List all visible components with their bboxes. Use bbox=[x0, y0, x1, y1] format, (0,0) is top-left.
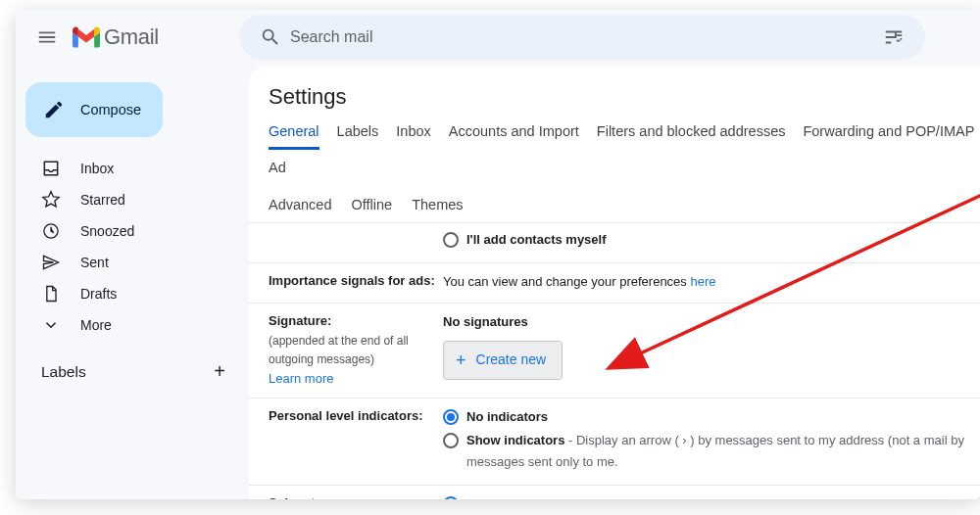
compose-button[interactable]: Compose bbox=[25, 82, 163, 137]
radio-add-contacts-myself[interactable] bbox=[443, 232, 459, 248]
signature-learn-more-link[interactable]: Learn more bbox=[269, 371, 333, 386]
importance-label: Importance signals for ads: bbox=[269, 273, 435, 288]
search-icon bbox=[251, 26, 290, 48]
main-content: Settings General Labels Inbox Accounts a… bbox=[249, 67, 980, 499]
search-container bbox=[239, 15, 925, 60]
file-icon bbox=[41, 284, 61, 304]
send-icon bbox=[41, 253, 61, 272]
tab-advanced[interactable]: Advanced bbox=[269, 197, 332, 212]
tab-filters[interactable]: Filters and blocked addresses bbox=[597, 123, 786, 150]
pli-opt2-bold: Show indicators bbox=[466, 433, 564, 447]
sidebar-item-starred[interactable]: Starred bbox=[16, 184, 237, 215]
radio-show-snippets[interactable] bbox=[443, 496, 459, 499]
sidebar-item-snoozed[interactable]: Snoozed bbox=[16, 215, 237, 247]
tab-accounts[interactable]: Accounts and Import bbox=[449, 123, 579, 150]
sidebar: Compose Inbox Starred Snoozed Sent Draft… bbox=[16, 65, 249, 499]
snip-opt1-rest: - Show snippets of the message (like Goo… bbox=[557, 496, 898, 499]
tab-labels[interactable]: Labels bbox=[337, 123, 379, 150]
hamburger-icon bbox=[36, 26, 58, 48]
signature-sub: (appended at the end of all outgoing mes… bbox=[269, 334, 409, 367]
clock-icon bbox=[41, 221, 61, 241]
search-input[interactable] bbox=[290, 28, 874, 46]
app-name: Gmail bbox=[104, 24, 159, 50]
pencil-icon bbox=[43, 99, 65, 120]
importance-text: You can view and change your preferences bbox=[443, 274, 690, 289]
setting-contacts-partial: I'll add contacts myself bbox=[249, 229, 980, 263]
radio-no-indicators[interactable] bbox=[443, 409, 459, 425]
radio-show-indicators[interactable] bbox=[443, 433, 459, 448]
nav-label: Sent bbox=[80, 255, 109, 270]
create-new-label: Create new bbox=[476, 349, 547, 372]
nav-label: Drafts bbox=[80, 286, 117, 302]
star-icon bbox=[41, 190, 61, 210]
snip-opt1-bold: Show snippets bbox=[466, 496, 557, 499]
contacts-option-label: I'll add contacts myself bbox=[466, 232, 607, 247]
setting-snippets: Snippets: Show snippets - Show snippets … bbox=[249, 486, 980, 499]
nav-label: Inbox bbox=[80, 161, 114, 176]
settings-tabs-row2: Advanced Offline Themes bbox=[249, 187, 980, 222]
header: Gmail bbox=[16, 10, 980, 65]
inbox-icon bbox=[41, 159, 61, 178]
gmail-logo[interactable]: Gmail bbox=[71, 24, 159, 50]
setting-signature: Signature: (appended at the end of all o… bbox=[249, 304, 980, 398]
settings-tabs: General Labels Inbox Accounts and Import… bbox=[249, 123, 980, 187]
tab-forwarding[interactable]: Forwarding and POP/IMAP bbox=[803, 123, 974, 150]
sidebar-item-more[interactable]: More bbox=[16, 309, 237, 341]
search-options-icon[interactable] bbox=[874, 26, 913, 48]
snippets-label: Snippets: bbox=[269, 495, 326, 499]
tab-general[interactable]: General bbox=[269, 123, 319, 150]
sidebar-item-sent[interactable]: Sent bbox=[16, 247, 237, 278]
sidebar-item-drafts[interactable]: Drafts bbox=[16, 278, 237, 309]
add-label-button[interactable]: + bbox=[214, 360, 225, 383]
pli-opt1: No indicators bbox=[466, 409, 548, 424]
labels-title: Labels bbox=[41, 363, 86, 381]
nav-label: More bbox=[80, 317, 112, 333]
compose-label: Compose bbox=[80, 102, 141, 117]
main-menu-button[interactable] bbox=[24, 14, 71, 61]
nav-label: Snoozed bbox=[80, 223, 134, 239]
create-new-signature-button[interactable]: + Create new bbox=[443, 341, 563, 380]
importance-here-link[interactable]: here bbox=[690, 274, 715, 289]
tab-inbox[interactable]: Inbox bbox=[396, 123, 430, 150]
tab-offline[interactable]: Offline bbox=[352, 197, 393, 212]
tab-themes[interactable]: Themes bbox=[412, 197, 463, 212]
pli-label: Personal level indicators: bbox=[269, 408, 423, 423]
nav-label: Starred bbox=[80, 192, 125, 208]
settings-scroll[interactable]: I'll add contacts myself Importance sign… bbox=[249, 222, 980, 499]
signature-label: Signature: bbox=[269, 313, 331, 328]
chevron-down-icon bbox=[41, 316, 61, 334]
plus-icon: + bbox=[456, 351, 466, 369]
setting-personal-level: Personal level indicators: No indicators… bbox=[249, 398, 980, 486]
setting-importance: Importance signals for ads: You can view… bbox=[249, 263, 980, 304]
page-title: Settings bbox=[249, 67, 980, 123]
gmail-icon bbox=[73, 26, 100, 48]
labels-section-header: Labels + bbox=[16, 354, 249, 383]
sidebar-item-inbox[interactable]: Inbox bbox=[16, 153, 237, 184]
tab-addons-cut[interactable]: Ad bbox=[269, 160, 286, 186]
no-signatures-text: No signatures bbox=[443, 311, 980, 333]
search-box[interactable] bbox=[239, 15, 925, 60]
